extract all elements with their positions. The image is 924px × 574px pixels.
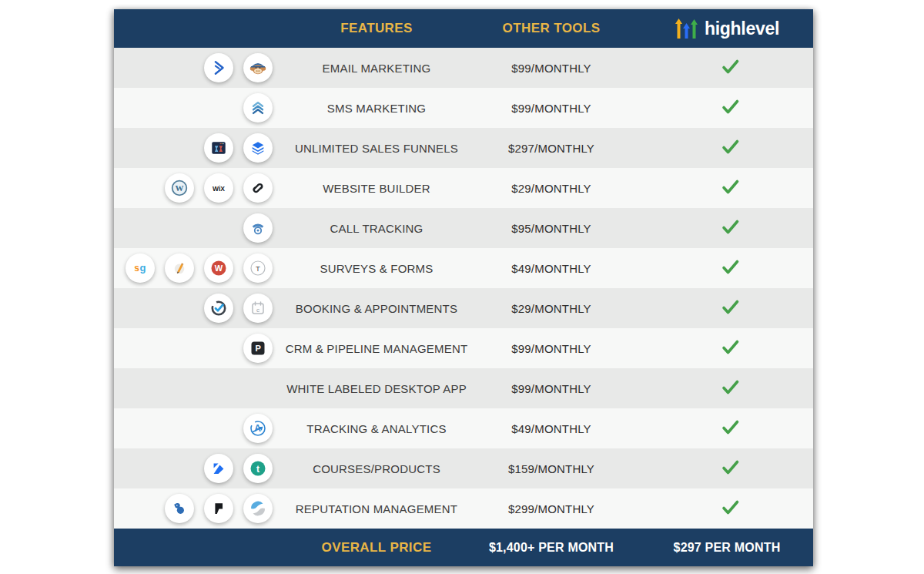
table-row: PCRM & PIPELINE MANAGEMENT$99/MONTHLY <box>114 328 813 368</box>
highlevel-included-cell <box>627 419 813 438</box>
table-row: WHITE LABELED DESKTOP APP$99/MONTHLY <box>114 368 813 408</box>
table-rows: EMAIL MARKETING$99/MONTHLYSMS MARKETING$… <box>114 48 813 529</box>
tool-icons-cell: c <box>114 294 277 323</box>
table-footer: OVERALL PRICE $1,400+ PER MONTH $297 PER… <box>114 529 813 566</box>
highlevel-brand: highlevel <box>627 17 813 40</box>
wufoo-icon: W <box>204 253 233 283</box>
feature-label: CALL TRACKING <box>277 222 476 235</box>
other-tools-price: $297/MONTHLY <box>476 142 627 155</box>
overall-price-label: OVERALL PRICE <box>277 540 476 556</box>
highlevel-included-cell <box>627 339 813 358</box>
tool-icons-cell: WWiX <box>114 173 277 203</box>
table-header: FEATURES OTHER TOOLS highlevel <box>114 9 813 48</box>
tool-icons-cell <box>114 93 277 123</box>
checkmark-icon <box>721 224 740 237</box>
brand-name: highlevel <box>705 18 779 39</box>
highlevel-logo-icon <box>675 17 699 40</box>
tool-icons-cell: t <box>114 454 277 483</box>
other-tools-price: $99/MONTHLY <box>476 102 627 115</box>
layers-icon <box>243 133 273 163</box>
svg-text:P: P <box>256 344 261 353</box>
feature-label: SURVEYS & FORMS <box>277 262 476 275</box>
table-row: CALL TRACKING$95/MONTHLY <box>114 208 813 248</box>
svg-text:W: W <box>176 183 184 193</box>
feature-label: TRACKING & ANALYTICS <box>277 422 476 435</box>
typeform-icon: T <box>243 253 273 283</box>
other-tools-price: $99/MONTHLY <box>476 342 627 355</box>
table-row: tCOURSES/PRODUCTS$159/MONTHLY <box>114 448 813 488</box>
tool-icons-cell <box>114 53 277 82</box>
checkmark-icon <box>721 64 740 77</box>
tool-icons-cell: A <box>114 414 277 443</box>
tool-icons-cell: P <box>114 334 277 363</box>
svg-text:c: c <box>256 307 259 314</box>
table-row: REPUTATION MANAGEMENT$299/MONTHLY <box>114 488 813 529</box>
highlevel-included-cell <box>627 59 813 78</box>
checkmark-icon <box>721 505 740 518</box>
checkmark-icon <box>721 144 740 157</box>
checkmark-icon <box>721 384 740 398</box>
checkmark-icon <box>721 465 740 478</box>
feature-label: WHITE LABELED DESKTOP APP <box>277 382 476 395</box>
tool-icons-cell <box>114 494 277 523</box>
table-row: ATRACKING & ANALYTICS$49/MONTHLY <box>114 408 813 448</box>
mailchimp-icon <box>243 53 273 82</box>
highlevel-total: $297 PER MONTH <box>627 541 813 555</box>
teachable-icon: t <box>243 454 273 483</box>
table-row: UNLIMITED SALES FUNNELS$297/MONTHLY <box>114 128 813 168</box>
feature-label: EMAIL MARKETING <box>277 62 476 75</box>
svg-text:T: T <box>256 264 260 273</box>
feature-label: WEBSITE BUILDER <box>277 182 476 195</box>
checkmark-icon <box>721 425 740 438</box>
other-tools-price: $49/MONTHLY <box>476 262 627 275</box>
highlevel-included-cell <box>627 259 813 278</box>
svg-text:g: g <box>140 262 146 274</box>
highlevel-included-cell <box>627 99 813 118</box>
checkmark-icon <box>721 264 740 277</box>
other-tools-price: $95/MONTHLY <box>476 222 627 235</box>
page: FEATURES OTHER TOOLS highlevel EMAIL MAR… <box>0 0 924 574</box>
pencil-icon <box>165 253 194 283</box>
feature-label: CRM & PIPELINE MANAGEMENT <box>277 342 476 355</box>
feature-label: REPUTATION MANAGEMENT <box>277 502 476 515</box>
analytics-a-icon: A <box>243 414 273 443</box>
highlevel-included-cell <box>627 459 813 478</box>
calendar-icon: c <box>243 294 273 323</box>
checkmark-icon <box>721 304 740 317</box>
table-row: cBOOKING & APPOINTMENTS$29/MONTHLY <box>114 288 813 328</box>
squarespace-icon <box>243 173 273 203</box>
other-tools-price: $29/MONTHLY <box>476 182 627 195</box>
check-circle-icon <box>204 294 233 323</box>
other-tools-price: $159/MONTHLY <box>476 462 627 475</box>
comparison-table: FEATURES OTHER TOOLS highlevel EMAIL MAR… <box>114 9 813 566</box>
other-tools-price: $99/MONTHLY <box>476 382 627 395</box>
tool-icons-cell: sgWT <box>114 253 277 283</box>
checkmark-icon <box>721 184 740 197</box>
other-tools-price: $29/MONTHLY <box>476 302 627 315</box>
swirl-icon <box>243 494 273 523</box>
sms-chevrons-icon <box>243 93 273 123</box>
table-row: SMS MARKETING$99/MONTHLY <box>114 88 813 128</box>
wordpress-icon: W <box>165 173 194 203</box>
table-row: sgWTSURVEYS & FORMS$49/MONTHLY <box>114 248 813 288</box>
highlevel-included-cell <box>627 139 813 158</box>
feature-label: BOOKING & APPOINTMENTS <box>277 302 476 315</box>
pipedrive-icon: P <box>243 334 273 363</box>
feature-label: COURSES/PRODUCTS <box>277 462 476 475</box>
highlevel-included-cell <box>627 179 813 198</box>
activecampaign-icon <box>204 53 233 82</box>
features-column-header: FEATURES <box>277 21 476 36</box>
feature-label: UNLIMITED SALES FUNNELS <box>277 142 476 155</box>
svg-text:WiX: WiX <box>213 185 225 193</box>
highlevel-included-cell <box>627 499 813 519</box>
other-tools-price: $299/MONTHLY <box>476 502 627 515</box>
highlevel-included-cell <box>627 219 813 238</box>
checkmark-icon <box>721 104 740 117</box>
tool-icons-cell <box>114 213 277 243</box>
tool-icons-cell <box>114 133 277 163</box>
kajabi-icon <box>204 454 233 483</box>
other-tools-column-header: OTHER TOOLS <box>476 21 627 36</box>
clickfunnels-icon <box>204 133 233 163</box>
surveygizmo-icon: sg <box>126 253 155 283</box>
highlevel-included-cell <box>627 299 813 318</box>
